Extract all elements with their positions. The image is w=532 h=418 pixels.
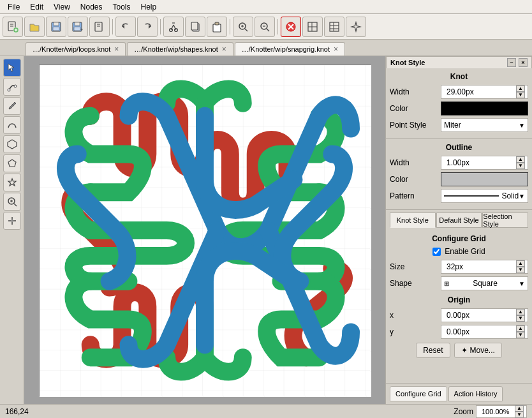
origin-y-label: y [390, 327, 441, 336]
grid-action-buttons: Reset ✦ Move... [390, 343, 528, 358]
svg-rect-13 [95, 22, 102, 31]
grid-size-spinner[interactable]: ▲ ▼ [516, 260, 525, 273]
svg-line-52 [14, 204, 17, 206]
tool-zoom-canvas[interactable] [3, 193, 21, 211]
origin-x-spinner[interactable]: ▲ ▼ [516, 309, 525, 322]
zoom-down[interactable]: ▼ [515, 412, 524, 418]
grid-size-input[interactable]: 32px ▲ ▼ [441, 260, 528, 274]
origin-x-label: x [390, 311, 441, 320]
zoom-in-button[interactable] [233, 17, 253, 37]
menu-file[interactable]: File [3, 1, 25, 13]
zoom-spinner[interactable]: ▲ ▼ [515, 405, 524, 418]
svg-rect-40 [330, 22, 339, 31]
svg-rect-7 [54, 22, 59, 26]
menu-view[interactable]: View [48, 1, 75, 13]
tool-arrow[interactable] [3, 59, 21, 77]
tab-knot-style[interactable]: Knot Style [390, 213, 436, 228]
svg-rect-8 [53, 27, 59, 31]
origin-x-up[interactable]: ▲ [516, 309, 525, 315]
enable-grid-label[interactable]: Enable Grid [445, 247, 485, 256]
pattern-row: Pattern Solid ▼ [390, 189, 528, 203]
menu-tools[interactable]: Tools [108, 1, 136, 13]
origin-x-input[interactable]: 0.00px ▲ ▼ [441, 308, 528, 322]
tool-pen[interactable] [3, 97, 21, 115]
tab-loops-close[interactable]: × [114, 45, 119, 54]
configure-grid-panel: Configure Grid Enable Grid Size 32px ▲ ▼ [386, 230, 532, 383]
tab-default-style[interactable]: Default Style [436, 213, 482, 228]
move-button[interactable]: ✦ Move... [454, 343, 502, 358]
outline-width-spinner[interactable]: ▲ ▼ [516, 156, 525, 169]
grid-size-value: 32px [444, 262, 516, 271]
origin-x-down[interactable]: ▼ [516, 315, 525, 322]
canvas[interactable] [39, 64, 371, 396]
grid-size-up[interactable]: ▲ [516, 260, 525, 267]
grid-shape-select[interactable]: ⊞ Square ▼ [441, 276, 528, 290]
paste-button[interactable] [207, 17, 227, 37]
tab-shapes[interactable]: …/Knotter/wip/shapes.knot × [127, 42, 233, 56]
cut-button[interactable] [163, 17, 184, 37]
undo-button[interactable] [115, 17, 136, 37]
table-button[interactable] [324, 17, 344, 37]
save-as-button[interactable]: + [68, 17, 88, 37]
tool-pan[interactable] [3, 212, 21, 230]
redo-button[interactable] [137, 17, 158, 37]
svg-line-28 [245, 29, 248, 31]
stop-button[interactable] [281, 17, 301, 37]
point-style-value: Miter [444, 121, 461, 130]
tool-node[interactable] [3, 78, 21, 96]
origin-y-down[interactable]: ▼ [516, 332, 525, 338]
width-input[interactable]: 29.00px ▲ ▼ [441, 85, 528, 99]
tab-snapgrig[interactable]: …/Knotter/wip/snapgrig.knot × [235, 42, 345, 56]
zoom-out-button[interactable] [255, 17, 275, 37]
color-swatch[interactable] [441, 101, 528, 116]
width-spinner[interactable]: ▲ ▼ [516, 86, 525, 98]
origin-y-up[interactable]: ▲ [516, 325, 525, 332]
tab-snapgrig-close[interactable]: × [334, 45, 338, 54]
tool-star[interactable] [3, 174, 21, 191]
color-label: Color [390, 104, 441, 113]
left-tool-panel [0, 56, 24, 404]
reset-button[interactable]: Reset [416, 343, 450, 358]
zoom-label: Zoom [454, 407, 473, 416]
pattern-select[interactable]: Solid ▼ [441, 189, 528, 203]
copy-button[interactable] [185, 17, 205, 37]
panel-close[interactable]: × [519, 58, 528, 67]
menu-nodes[interactable]: Nodes [75, 1, 108, 13]
origin-x-value: 0.00px [444, 311, 516, 320]
open-button[interactable] [24, 17, 45, 37]
tab-shapes-close[interactable]: × [222, 45, 226, 54]
canvas-area[interactable] [24, 56, 385, 404]
tool-bezier[interactable] [3, 116, 21, 134]
grid-button[interactable] [302, 17, 323, 37]
menu-help[interactable]: Help [136, 1, 162, 13]
menu-edit[interactable]: Edit [25, 1, 48, 13]
outline-width-input[interactable]: 1.00px ▲ ▼ [441, 156, 528, 170]
width-down[interactable]: ▼ [516, 92, 525, 98]
tab-selection-style[interactable]: Selection Style [482, 213, 528, 228]
new-button[interactable] [3, 17, 23, 37]
enable-grid-checkbox[interactable] [432, 248, 441, 256]
tool-shape[interactable] [3, 135, 21, 153]
panel-minimize[interactable]: − [507, 58, 516, 67]
outline-width-up[interactable]: ▲ [516, 156, 525, 163]
outline-width-down[interactable]: ▼ [516, 163, 525, 169]
grid-shape-label: Shape [390, 279, 441, 288]
export-button[interactable] [89, 17, 110, 37]
grid-size-down[interactable]: ▼ [516, 267, 525, 273]
sparkle-button[interactable] [346, 17, 366, 37]
tab-configure-grid[interactable]: Configure Grid [390, 386, 447, 401]
panel-tabs: Knot Style Default Style Selection Style [390, 213, 528, 228]
tab-loops[interactable]: …/Knotter/wip/loops.knot × [26, 42, 126, 56]
outline-section-title: Outline [390, 143, 528, 152]
save-button[interactable] [46, 17, 66, 37]
tool-polygon[interactable] [3, 154, 21, 172]
svg-rect-10 [75, 22, 80, 26]
point-style-select[interactable]: Miter ▼ [441, 118, 528, 132]
tab-action-history[interactable]: Action History [448, 386, 503, 401]
origin-y-input[interactable]: 0.00px ▲ ▼ [441, 325, 528, 339]
origin-y-spinner[interactable]: ▲ ▼ [516, 325, 525, 338]
zoom-up[interactable]: ▲ [515, 405, 524, 412]
width-up[interactable]: ▲ [516, 86, 525, 92]
outline-color-swatch[interactable] [441, 172, 528, 186]
zoom-input[interactable]: 100.00% ▲ ▼ [476, 405, 527, 418]
